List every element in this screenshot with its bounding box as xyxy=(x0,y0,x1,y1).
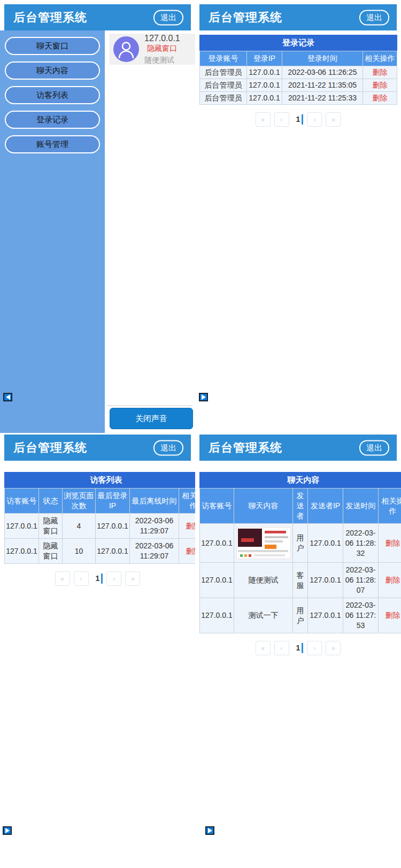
logout-button[interactable]: 退出 xyxy=(359,440,389,455)
cell-content: 测试一下 xyxy=(234,598,293,633)
panel-login-records: 后台管理系统 退出 登录记录 登录账号 登录IP 登录时间 相关操作 后台管理员… xyxy=(195,0,401,433)
chat-session-item[interactable]: 127.0.0.1隐藏窗口 随便测试 xyxy=(109,34,195,65)
visitor-status-badge: 隐藏窗口 xyxy=(147,44,177,52)
cell-time: 2022-03-06 11:28:07 xyxy=(343,563,379,598)
panel-visitor-list: 后台管理系统 退出 访客列表 访客账号 状态 浏览页面次数 最后登录IP 最后离… xyxy=(0,435,195,868)
table-row: 127.0.0.1 隐藏窗口 10 127.0.0.1 2022-03-06 1… xyxy=(5,539,196,564)
user-avatar-icon xyxy=(113,36,139,62)
column-header-sender: 发送者 xyxy=(293,489,308,524)
cell-sender: 用户 xyxy=(293,598,308,633)
pagination-first-button[interactable]: « xyxy=(256,112,271,127)
delete-link[interactable]: 删除 xyxy=(379,563,401,598)
delete-link[interactable]: 删除 xyxy=(379,524,401,563)
sidebar-item-chat-content[interactable]: 聊天内容 xyxy=(5,61,100,80)
cell-time: 2021-11-22 11:25:33 xyxy=(282,92,363,105)
table-title: 访客列表 xyxy=(5,472,196,489)
column-header-content: 聊天内容 xyxy=(234,489,293,524)
visitor-list-table: 访客列表 访客账号 状态 浏览页面次数 最后登录IP 最后离线时间 相关操作 1… xyxy=(4,472,195,564)
cell-ip: 127.0.0.1 xyxy=(247,92,282,105)
chat-image-thumbnail[interactable] xyxy=(236,527,291,559)
sidebar-item-visitor-list[interactable]: 访客列表 xyxy=(5,86,100,104)
delete-link[interactable]: 删除 xyxy=(379,598,401,633)
scroll-right-button[interactable] xyxy=(3,826,12,835)
app-header: 后台管理系统 退出 xyxy=(199,435,397,461)
pagination-last-button[interactable]: » xyxy=(125,571,140,586)
left-triangle-icon xyxy=(6,394,10,400)
column-header-status: 状态 xyxy=(39,489,63,514)
app-header: 后台管理系统 退出 xyxy=(4,435,191,461)
cell-account: 127.0.0.1 xyxy=(200,524,234,563)
column-header-account: 登录账号 xyxy=(200,51,247,66)
column-header-send-time: 发送时间 xyxy=(343,489,379,524)
last-message: 随便测试 xyxy=(144,56,195,65)
pagination-prev-button[interactable]: ‹ xyxy=(74,571,89,586)
column-header-offline-time: 最后离线时间 xyxy=(130,489,179,514)
logout-button[interactable]: 退出 xyxy=(153,440,183,455)
pagination-next-button[interactable]: › xyxy=(106,571,121,586)
pagination: « ‹ 1 › » xyxy=(195,112,401,127)
pagination-next-button[interactable]: › xyxy=(307,112,322,127)
cell-sender: 客服 xyxy=(293,563,308,598)
sidebar-item-account-management[interactable]: 账号管理 xyxy=(5,135,100,153)
pagination-first-button[interactable]: « xyxy=(256,641,271,655)
column-header-actions: 相关操作 xyxy=(179,489,196,514)
cell-time: 2022-03-06 11:28:32 xyxy=(343,524,379,563)
delete-link[interactable]: 删除 xyxy=(363,79,397,92)
cell-ip: 127.0.0.1 xyxy=(247,79,282,92)
cell-ip: 127.0.0.1 xyxy=(308,563,343,598)
table-row: 127.0.0.1 测试一下 用户 127.0.0.1 2022-03-06 1… xyxy=(200,598,401,633)
chat-content-table: 聊天内容 访客账号 聊天内容 发送者 发送者IP 发送时间 相关操作 127.0… xyxy=(199,472,401,633)
cell-ip: 127.0.0.1 xyxy=(96,539,130,564)
pagination-first-button[interactable]: « xyxy=(55,571,70,586)
table-row: 后台管理员 127.0.0.1 2022-03-06 11:26:25 删除 xyxy=(200,66,397,79)
column-header-account: 访客账号 xyxy=(200,489,234,524)
pagination-last-button[interactable]: » xyxy=(326,112,341,127)
visitor-ip: 127.0.0.1 xyxy=(144,34,180,43)
cell-ip: 127.0.0.1 xyxy=(308,524,343,563)
pagination-current-page: 1 xyxy=(92,574,103,584)
table-row: 127.0.0.1 隐藏窗口 4 127.0.0.1 2022-03-06 11… xyxy=(5,514,196,539)
pagination-current-page: 1 xyxy=(293,643,304,653)
cell-offline-time: 2022-03-06 11:29:07 xyxy=(130,514,179,539)
right-triangle-icon xyxy=(208,828,212,833)
table-row: 127.0.0.1 随便测试 客服 127.0.0.1 2022-03-06 1… xyxy=(200,563,401,598)
delete-link[interactable]: 删除 xyxy=(179,539,196,564)
column-header-views: 浏览页面次数 xyxy=(63,489,96,514)
column-header-sender-ip: 发送者IP xyxy=(308,489,343,524)
pagination-current-page: 1 xyxy=(293,114,304,125)
delete-link[interactable]: 删除 xyxy=(363,66,397,79)
delete-link[interactable]: 删除 xyxy=(363,92,397,105)
scroll-left-button[interactable] xyxy=(3,393,12,401)
delete-link[interactable]: 删除 xyxy=(179,514,196,539)
pagination: « ‹ 1 › » xyxy=(195,641,401,655)
sidebar-item-chat-window[interactable]: 聊天窗口 xyxy=(5,37,100,55)
pagination-next-button[interactable]: › xyxy=(307,641,322,655)
cell-status: 隐藏窗口 xyxy=(39,539,63,564)
pagination-prev-button[interactable]: ‹ xyxy=(274,112,289,127)
pagination: « ‹ 1 › » xyxy=(0,571,195,586)
panel-chat-content: 后台管理系统 退出 聊天内容 访客账号 聊天内容 发送者 发送者IP 发送时间 … xyxy=(195,435,401,868)
logout-button[interactable]: 退出 xyxy=(153,10,183,25)
sidebar-item-login-records[interactable]: 登录记录 xyxy=(5,111,100,129)
scroll-right-button[interactable] xyxy=(199,393,208,401)
footer-divider xyxy=(107,405,192,406)
logout-button[interactable]: 退出 xyxy=(359,10,389,25)
pagination-prev-button[interactable]: ‹ xyxy=(274,641,289,655)
column-header-ip: 登录IP xyxy=(247,51,282,66)
cell-ip: 127.0.0.1 xyxy=(247,66,282,79)
column-header-actions: 相关操作 xyxy=(379,489,401,524)
pagination-last-button[interactable]: » xyxy=(326,641,341,655)
scroll-right-button[interactable] xyxy=(205,826,214,835)
cell-time: 2022-03-06 11:26:25 xyxy=(282,66,363,79)
table-row: 后台管理员 127.0.0.1 2021-11-22 11:35:05 删除 xyxy=(200,79,397,92)
column-header-time: 登录时间 xyxy=(282,51,363,66)
cell-account: 后台管理员 xyxy=(200,66,247,79)
right-triangle-icon xyxy=(5,828,10,833)
cell-time: 2022-03-06 11:27:53 xyxy=(343,598,379,633)
mute-sound-button[interactable]: 关闭声音 xyxy=(110,408,193,429)
app-title: 后台管理系统 xyxy=(199,440,282,456)
app-header: 后台管理系统 退出 xyxy=(199,4,397,30)
chat-session-texts: 127.0.0.1隐藏窗口 随便测试 xyxy=(144,34,195,65)
right-triangle-icon xyxy=(202,394,206,400)
login-records-table: 登录记录 登录账号 登录IP 登录时间 相关操作 后台管理员 127.0.0.1… xyxy=(199,35,397,105)
